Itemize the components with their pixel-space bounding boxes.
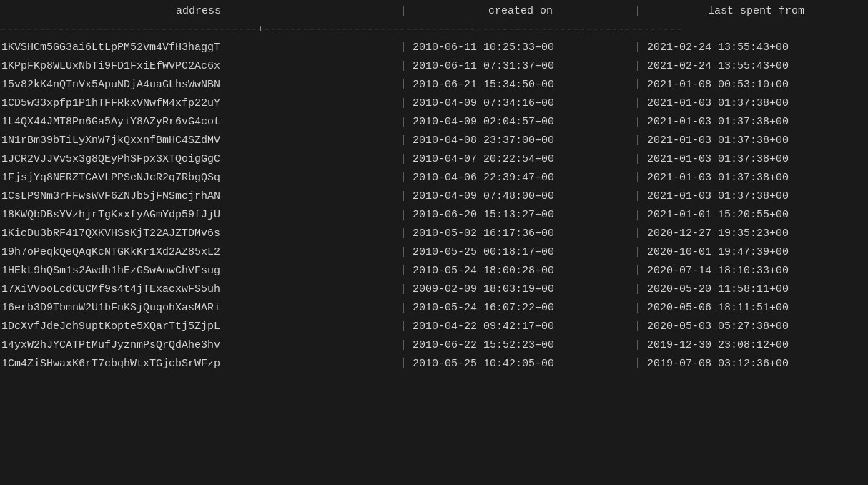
cell-address: 1HEkL9hQSm1s2Awdh1hEzGSwAowChVFsug bbox=[0, 263, 397, 280]
cell-sep2: | bbox=[631, 77, 644, 94]
header-created: created on bbox=[410, 3, 631, 20]
cell-address: 1N1rBm39bTiLyXnW7jkQxxnfBmHC4SZdMV bbox=[0, 132, 397, 150]
cell-created: 2010-04-09 07:48:00+00 bbox=[410, 188, 631, 205]
cell-created: 2010-04-22 09:42:17+00 bbox=[410, 318, 631, 335]
cell-last-spent: 2021-01-03 01:37:38+00 bbox=[644, 114, 868, 131]
cell-address: 18KWQbDBsYVzhjrTgKxxfyAGmYdp59fJjU bbox=[0, 207, 397, 224]
cell-created: 2010-04-09 07:34:16+00 bbox=[410, 95, 631, 112]
cell-sep2: | bbox=[631, 318, 644, 335]
table-row: 1CsLP9Nm3rFFwsWVF6ZNJb5jFNSmcjrhAN | 201… bbox=[0, 187, 868, 206]
cell-last-spent: 2021-01-03 01:37:38+00 bbox=[644, 95, 868, 112]
cell-last-spent: 2021-01-03 01:37:38+00 bbox=[644, 151, 868, 168]
table-header: address | created on | last spent from bbox=[0, 0, 868, 21]
cell-sep1: | bbox=[397, 281, 410, 298]
cell-created: 2010-04-07 20:22:54+00 bbox=[410, 151, 631, 168]
cell-address: 15v82kK4nQTnVx5ApuNDjA4uaGLhsWwNBN bbox=[0, 77, 397, 94]
cell-last-spent: 2019-07-08 03:12:36+00 bbox=[644, 356, 868, 373]
cell-created: 2010-05-24 18:00:28+00 bbox=[410, 263, 631, 280]
cell-sep2: | bbox=[631, 114, 644, 131]
cell-address: 1KVSHCm5GG3ai6LtLpPM52vm4VfH3haggT bbox=[0, 39, 397, 57]
cell-last-spent: 2019-12-30 23:08:12+00 bbox=[644, 337, 868, 354]
cell-address: 1KPpFKp8WLUxNbTi9FD1FxiEfWVPC2Ac6x bbox=[0, 58, 397, 75]
table-row: 1L4QX44JMT8Pn6Ga5AyiY8AZyRr6vG4cot | 201… bbox=[0, 113, 868, 132]
cell-sep2: | bbox=[631, 188, 644, 205]
cell-created: 2010-05-24 16:07:22+00 bbox=[410, 300, 631, 317]
cell-sep2: | bbox=[631, 244, 644, 261]
rows-container: 1KVSHCm5GG3ai6LtLpPM52vm4VfH3haggT | 201… bbox=[0, 39, 868, 373]
table-row: 1KVSHCm5GG3ai6LtLpPM52vm4VfH3haggT | 201… bbox=[0, 39, 868, 57]
cell-created: 2010-04-06 22:39:47+00 bbox=[410, 170, 631, 187]
cell-sep1: | bbox=[397, 225, 410, 242]
cell-last-spent: 2020-05-03 05:27:38+00 bbox=[644, 318, 868, 335]
cell-sep1: | bbox=[397, 356, 410, 373]
header-last-spent: last spent from bbox=[644, 3, 868, 20]
cell-address: 1DcXvfJdeJch9uptKopte5XQarTtj5ZjpL bbox=[0, 318, 397, 335]
header-sep2: | bbox=[631, 3, 644, 20]
cell-sep2: | bbox=[631, 39, 644, 57]
cell-sep2: | bbox=[631, 281, 644, 298]
cell-address: 1JCR2VJJVv5x3g8QEyPhSFpx3XTQoigGgC bbox=[0, 151, 397, 168]
cell-created: 2010-06-11 10:25:33+00 bbox=[410, 39, 631, 57]
cell-sep1: | bbox=[397, 95, 410, 112]
table-row: 19h7oPeqkQeQAqKcNTGKkKr1Xd2AZ85xL2 | 201… bbox=[0, 243, 868, 262]
cell-sep2: | bbox=[631, 337, 644, 354]
cell-sep2: | bbox=[631, 263, 644, 280]
cell-sep2: | bbox=[631, 132, 644, 150]
cell-sep1: | bbox=[397, 77, 410, 94]
table-row: 16erb3D9TbmnW2U1bFnKSjQuqohXasMARi | 201… bbox=[0, 299, 868, 318]
cell-last-spent: 2021-01-03 01:37:38+00 bbox=[644, 188, 868, 205]
table-row: 1N1rBm39bTiLyXnW7jkQxxnfBmHC4SZdMV | 201… bbox=[0, 132, 868, 150]
cell-sep1: | bbox=[397, 114, 410, 131]
cell-created: 2010-05-25 10:42:05+00 bbox=[410, 356, 631, 373]
cell-last-spent: 2021-01-03 01:37:38+00 bbox=[644, 132, 868, 150]
divider: ----------------------------------------… bbox=[0, 21, 868, 39]
table-row: 1FjsjYq8NERZTCAVLPPSeNJcR2q7RbgQSq | 201… bbox=[0, 169, 868, 187]
header-address: address bbox=[0, 3, 397, 20]
cell-sep1: | bbox=[397, 207, 410, 224]
cell-sep2: | bbox=[631, 95, 644, 112]
cell-sep2: | bbox=[631, 58, 644, 75]
cell-address: 1FjsjYq8NERZTCAVLPPSeNJcR2q7RbgQSq bbox=[0, 170, 397, 187]
table-row: 17XiVVooLcdCUCMf9s4t4jTExacxwFS5uh | 200… bbox=[0, 280, 868, 299]
cell-sep1: | bbox=[397, 263, 410, 280]
cell-last-spent: 2020-05-20 11:58:11+00 bbox=[644, 281, 868, 298]
cell-sep1: | bbox=[397, 58, 410, 75]
cell-sep1: | bbox=[397, 300, 410, 317]
cell-created: 2009-02-09 18:03:19+00 bbox=[410, 281, 631, 298]
header-sep1: | bbox=[397, 3, 410, 20]
cell-last-spent: 2020-10-01 19:47:39+00 bbox=[644, 244, 868, 261]
cell-sep2: | bbox=[631, 207, 644, 224]
cell-last-spent: 2021-02-24 13:55:43+00 bbox=[644, 39, 868, 57]
cell-sep2: | bbox=[631, 356, 644, 373]
table-row: 1Cm4ZiSHwaxK6rT7cbqhWtxTGjcbSrWFzp | 201… bbox=[0, 355, 868, 373]
table-row: 14yxW2hJYCATPtMufJyznmPsQrQdAhe3hv | 201… bbox=[0, 336, 868, 355]
cell-address: 17XiVVooLcdCUCMf9s4t4jTExacxwFS5uh bbox=[0, 281, 397, 298]
main-table: address | created on | last spent from -… bbox=[0, 0, 868, 373]
table-row: 18KWQbDBsYVzhjrTgKxxfyAGmYdp59fJjU | 201… bbox=[0, 206, 868, 225]
cell-created: 2010-06-20 15:13:27+00 bbox=[410, 207, 631, 224]
cell-sep2: | bbox=[631, 151, 644, 168]
table-row: 1KPpFKp8WLUxNbTi9FD1FxiEfWVPC2Ac6x | 201… bbox=[0, 57, 868, 76]
cell-created: 2010-05-25 00:18:17+00 bbox=[410, 244, 631, 261]
cell-sep1: | bbox=[397, 170, 410, 187]
cell-sep1: | bbox=[397, 318, 410, 335]
cell-address: 1CD5w33xpfp1P1hTFFRkxVNwfM4xfp22uY bbox=[0, 95, 397, 112]
cell-address: 1Cm4ZiSHwaxK6rT7cbqhWtxTGjcbSrWFzp bbox=[0, 356, 397, 373]
table-row: 1KicDu3bRF417QXKVHSsKjT22AJZTDMv6s | 201… bbox=[0, 225, 868, 243]
cell-created: 2010-04-08 23:37:00+00 bbox=[410, 132, 631, 150]
cell-last-spent: 2020-07-14 18:10:33+00 bbox=[644, 263, 868, 280]
table-row: 1DcXvfJdeJch9uptKopte5XQarTtj5ZjpL | 201… bbox=[0, 318, 868, 336]
cell-address: 1KicDu3bRF417QXKVHSsKjT22AJZTDMv6s bbox=[0, 225, 397, 242]
cell-sep2: | bbox=[631, 300, 644, 317]
cell-created: 2010-06-22 15:52:23+00 bbox=[410, 337, 631, 354]
cell-last-spent: 2021-02-24 13:55:43+00 bbox=[644, 58, 868, 75]
cell-last-spent: 2021-01-08 00:53:10+00 bbox=[644, 77, 868, 94]
cell-created: 2010-06-11 07:31:37+00 bbox=[410, 58, 631, 75]
table-row: 1HEkL9hQSm1s2Awdh1hEzGSwAowChVFsug | 201… bbox=[0, 262, 868, 280]
cell-created: 2010-05-02 16:17:36+00 bbox=[410, 225, 631, 242]
divider-text: ----------------------------------------… bbox=[0, 21, 682, 39]
table-row: 1JCR2VJJVv5x3g8QEyPhSFpx3XTQoigGgC | 201… bbox=[0, 150, 868, 169]
cell-last-spent: 2020-05-06 18:11:51+00 bbox=[644, 300, 868, 317]
cell-address: 14yxW2hJYCATPtMufJyznmPsQrQdAhe3hv bbox=[0, 337, 397, 354]
cell-address: 1L4QX44JMT8Pn6Ga5AyiY8AZyRr6vG4cot bbox=[0, 114, 397, 131]
